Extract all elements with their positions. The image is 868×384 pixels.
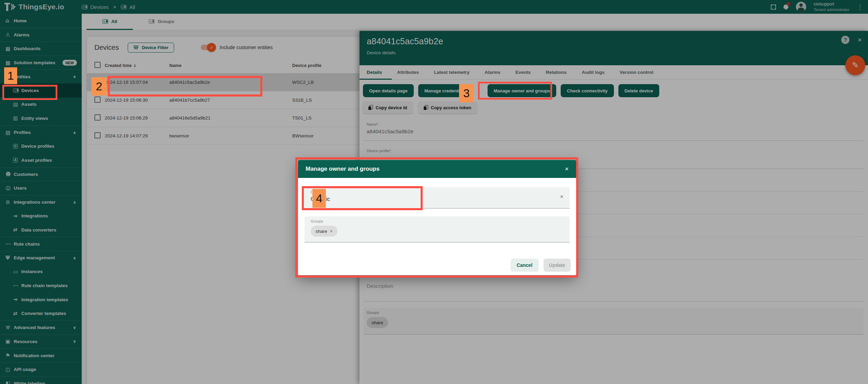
chip-remove-icon[interactable]: ×	[330, 228, 333, 234]
dialog-header: Manage owner and groups ×	[298, 160, 576, 178]
close-icon[interactable]: ×	[565, 165, 569, 173]
group-chip[interactable]: share ×	[311, 226, 338, 237]
update-button[interactable]: Update	[544, 259, 571, 272]
groups-field-label: Groups	[311, 219, 570, 223]
clear-icon[interactable]: ×	[560, 193, 563, 200]
dialog-buttons: Cancel Update	[511, 259, 571, 272]
owner-field-label: Owner	[311, 190, 322, 194]
manage-owner-and-groups-dialog: Manage owner and groups × Owner × Groups…	[298, 160, 576, 275]
dialog-title: Manage owner and groups	[306, 166, 565, 172]
cancel-button[interactable]: Cancel	[511, 259, 539, 272]
owner-input[interactable]	[311, 196, 503, 202]
dialog-groups-field[interactable]: Groups share ×	[305, 216, 570, 242]
owner-field[interactable]: Owner ×	[305, 187, 570, 208]
